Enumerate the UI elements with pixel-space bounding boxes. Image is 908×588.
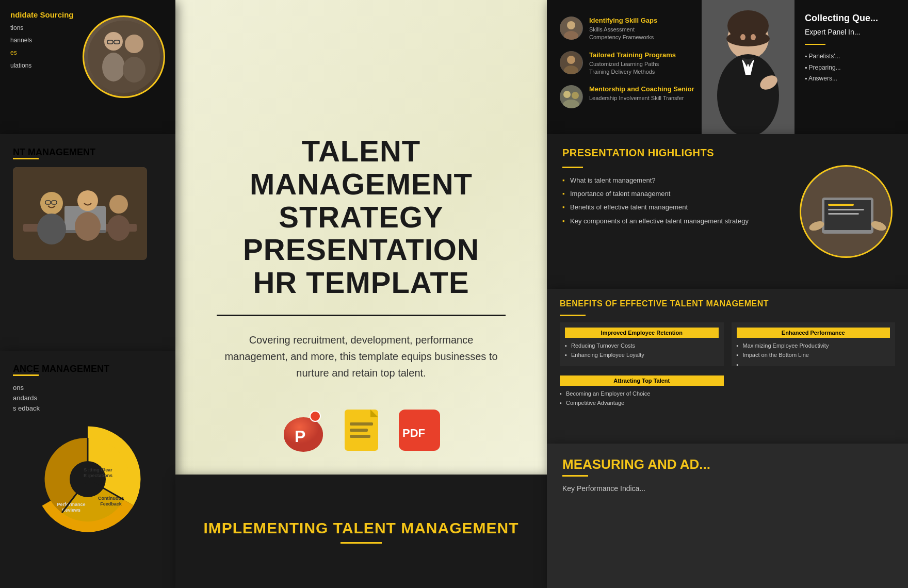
team-image [13, 167, 147, 260]
benefit-item-2-1: Maximizing Employee Productivity [737, 342, 890, 349]
svg-point-3 [310, 411, 320, 421]
google-slides-icon [342, 407, 381, 453]
performance-management-panel: ANCE MANAGEMENT ons andards s edback Set… [0, 351, 175, 588]
benefit-item-2-2: Impact on the Bottom Line [737, 351, 890, 358]
svg-text:P: P [295, 427, 305, 446]
perf-item-1: ons [13, 384, 163, 391]
skill-desc-1: Skills AssessmentCompetency Frameworks [589, 26, 657, 42]
benefits-title: BENEFITS OF EFFECTIVE TALENT MANAGEMENT [560, 299, 895, 308]
expert-panel-subtitle: Expert Panel In... [805, 28, 898, 36]
skill-title-3: Mentorship and Coaching Senior [589, 85, 694, 93]
attracting-item-2: Competitive Advantage [560, 399, 724, 406]
measuring-title: MEASURING AND AD... [562, 456, 893, 472]
perf-item-2: andards [13, 394, 163, 402]
skill-desc-2: Customized Learning PathsTraining Delive… [589, 60, 676, 76]
presenter-image [702, 0, 794, 134]
benefit-header-1: Improved Employee Retention [565, 328, 719, 338]
highlights-image [800, 165, 893, 258]
talent-management-panel: NT MANAGEMENT [0, 134, 175, 351]
performance-title: ANCE MANAGEMENT [13, 364, 163, 374]
attracting-header: Attracting Top Talent [560, 375, 724, 386]
benefit-card-1: Improved Employee Retention Reducing Tur… [560, 322, 724, 366]
nt-management-title: NT MANAGEMENT [13, 147, 163, 158]
collecting-bullets: ▪ Panelists'... ▪ Preparing... ▪ Answers… [805, 51, 898, 85]
collecting-que-panel: Collecting Que... Expert Panel In... ▪ P… [702, 0, 908, 134]
svg-point-51 [572, 92, 579, 99]
candidate-sourcing-title: ndidate Sourcing [10, 10, 75, 19]
candidate-sourcing-panel: ndidate Sourcing tions hannels es ulatio… [0, 0, 175, 134]
svg-point-13 [102, 53, 125, 81]
svg-rect-7 [350, 429, 368, 432]
skill-icon-2 [560, 51, 583, 74]
benefit-item-1-1: Reducing Turnover Costs [565, 342, 719, 349]
skill-title-2: Tailored Training Programs [589, 51, 676, 59]
svg-point-27 [109, 195, 128, 214]
pdf-icon: PDF [396, 407, 443, 453]
svg-rect-6 [350, 422, 373, 426]
main-subtitle: Covering recruitment, development, perfo… [217, 332, 506, 381]
svg-point-15 [123, 57, 145, 83]
svg-point-14 [125, 35, 143, 53]
presentation-highlights-panel: PRESENTATION HIGHLIGHTS What is talent m… [547, 134, 908, 289]
svg-point-58 [751, 34, 756, 40]
measuring-panel: MEASURING AND AD... Key Performance Indi… [547, 444, 908, 588]
svg-rect-8 [350, 435, 370, 438]
skill-desc-3: Leadership Involvement Skill Transfer [589, 94, 694, 102]
candidate-sourcing-items: tions hannels es ulations [10, 23, 75, 71]
measuring-subtitle: Key Performance Indica... [562, 484, 893, 493]
perf-item-3: s edback [13, 404, 163, 412]
svg-point-28 [107, 215, 130, 241]
title-divider [217, 315, 506, 316]
attracting-item-1: Becoming an Employer of Choice [560, 390, 724, 397]
svg-point-57 [740, 34, 745, 40]
highlight-1: What is talent management? [562, 176, 789, 185]
collecting-title: Collecting Que... [805, 13, 898, 24]
highlights-title: PRESENTATION HIGHLIGHTS [562, 147, 789, 159]
skill-title-1: Identifying Skill Gaps [589, 17, 657, 24]
benefit-item-1-2: Enhancing Employee Loyalty [565, 351, 719, 358]
svg-text:PDF: PDF [402, 427, 425, 439]
skill-icon-1 [560, 17, 583, 40]
highlight-3: Benefits of effective talent management [562, 203, 789, 212]
benefits-panel: BENEFITS OF EFFECTIVE TALENT MANAGEMENT … [547, 289, 908, 444]
benefit-header-2: Enhanced Performance [737, 328, 890, 338]
implementing-underline [340, 542, 382, 544]
implementing-title: IMPLEMENTING TALENT MANAGEMENT [203, 519, 518, 537]
attracting-section: Attracting Top Talent Becoming an Employ… [560, 370, 895, 409]
svg-point-56 [726, 31, 770, 46]
skill-icon-3 [560, 85, 583, 108]
svg-point-50 [563, 91, 571, 98]
benefits-grid: Improved Employee Retention Reducing Tur… [560, 322, 895, 366]
performance-chart: Setting Clear Expectations Continuous Fe… [13, 422, 163, 536]
svg-point-47 [567, 56, 575, 64]
svg-point-26 [75, 212, 101, 241]
svg-rect-67 [828, 204, 854, 206]
benefit-card-2: Enhanced Performance Maximizing Employee… [732, 322, 896, 366]
highlight-2: Importance of talent management [562, 189, 789, 199]
svg-point-44 [567, 21, 575, 29]
collecting-text: Collecting Que... Expert Panel In... ▪ P… [794, 0, 908, 134]
svg-text:Feedback: Feedback [100, 501, 122, 507]
svg-rect-68 [828, 209, 864, 210]
svg-rect-69 [828, 213, 859, 215]
powerpoint-icon: P [280, 407, 327, 453]
svg-point-24 [37, 214, 66, 244]
svg-point-11 [88, 21, 160, 93]
format-icons-row: P PDF [280, 407, 443, 453]
main-title: TALENT MANAGEMENT STRATEGY PRESENTATION … [196, 135, 526, 299]
highlight-4: Key components of an effective talent ma… [562, 217, 789, 226]
svg-text:Performance: Performance [57, 502, 85, 507]
svg-point-25 [77, 190, 98, 211]
implementing-panel: IMPLEMENTING TALENT MANAGEMENT [175, 475, 547, 588]
